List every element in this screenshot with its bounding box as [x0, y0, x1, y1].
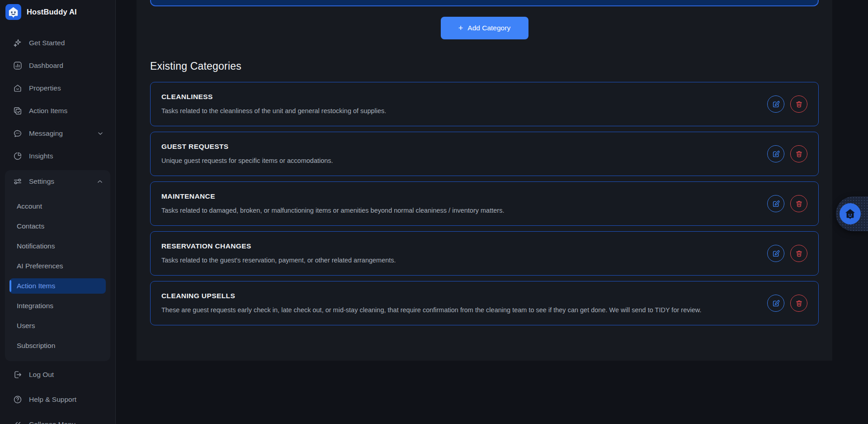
category-description: Tasks related to the guest's reservation…	[161, 255, 396, 265]
settings-submenu-item-action-items[interactable]: Action Items	[9, 278, 106, 294]
edit-pencil-icon	[772, 200, 780, 208]
trash-icon	[795, 150, 803, 158]
edit-pencil-icon	[772, 249, 780, 258]
delete-category-button[interactable]	[790, 295, 807, 312]
sidebar-nav: Get Started Dashboard Properties	[0, 32, 115, 361]
sidebar-item-insights[interactable]: Insights	[0, 145, 115, 167]
hostbuddy-logo-icon	[5, 4, 21, 20]
pie-chart-icon	[13, 151, 23, 161]
submenu-item-label: Notifications	[17, 242, 55, 250]
settings-submenu-item-account[interactable]: Account	[5, 196, 110, 216]
category-card-text: CLEANING UPSELLS These are guest request…	[161, 291, 701, 315]
trash-icon	[795, 200, 803, 208]
settings-submenu-item-users[interactable]: Users	[5, 316, 110, 336]
category-card-text: GUEST REQUESTS Unique guest requests for…	[161, 142, 333, 166]
sidebar-item-log-out[interactable]: Log Out	[0, 362, 115, 387]
trash-icon	[795, 100, 803, 109]
category-card-actions	[767, 95, 807, 113]
delete-category-button[interactable]	[790, 195, 807, 212]
sidebar-item-help-support[interactable]: Help & Support	[0, 387, 115, 412]
hostbuddy-chat-button[interactable]	[840, 203, 861, 224]
submenu-item-label: Action Items	[17, 282, 55, 290]
collapse-icon	[13, 419, 23, 424]
category-description: These are guest requests early check in,…	[161, 305, 701, 315]
content-panel: + Add Category Existing Categories CLEAN…	[137, 0, 832, 361]
category-description: Unique guest requests for specific items…	[161, 156, 333, 166]
sidebar-item-label: Dashboard	[29, 62, 63, 70]
category-name: CLEANING UPSELLS	[161, 291, 701, 300]
category-card-actions	[767, 295, 807, 312]
trash-icon	[795, 299, 803, 308]
sidebar-item-collapse-menu[interactable]: Collapse Menu	[0, 412, 115, 424]
dashboard-icon	[13, 61, 23, 71]
sidebar-item-label: Settings	[29, 177, 54, 186]
chevron-up-icon	[96, 177, 104, 186]
category-card-actions	[767, 245, 807, 262]
sidebar-item-messaging[interactable]: Messaging	[0, 122, 115, 145]
category-card-actions	[767, 145, 807, 162]
tasks-icon	[13, 106, 23, 116]
sidebar-item-properties[interactable]: Properties	[0, 77, 115, 100]
house-icon	[13, 83, 23, 93]
help-icon	[13, 395, 23, 405]
sidebar-item-label: Get Started	[29, 39, 65, 47]
category-description: Tasks related to the cleanliness of the …	[161, 106, 386, 116]
chat-bubble-icon	[13, 129, 23, 138]
house-smiley-icon	[844, 208, 856, 220]
submenu-item-label: AI Preferences	[17, 262, 63, 270]
sidebar-item-settings[interactable]: Settings	[5, 170, 110, 193]
delete-category-button[interactable]	[790, 95, 807, 113]
add-category-button[interactable]: + Add Category	[441, 17, 528, 39]
sidebar-item-dashboard[interactable]: Dashboard	[0, 54, 115, 77]
main-area: + Add Category Existing Categories CLEAN…	[116, 0, 868, 424]
sidebar-footer: Log Out Help & Support Collapse Menu	[0, 362, 115, 424]
category-card: GUEST REQUESTS Unique guest requests for…	[150, 132, 819, 176]
edit-category-button[interactable]	[767, 245, 784, 262]
settings-submenu-item-ai-preferences[interactable]: AI Preferences	[5, 256, 110, 276]
logout-icon	[13, 370, 23, 380]
sidebar-item-label: Properties	[29, 84, 61, 92]
sidebar-item-label: Help & Support	[29, 395, 76, 404]
sidebar-item-label: Messaging	[29, 129, 63, 138]
delete-category-button[interactable]	[790, 145, 807, 162]
category-card-text: MAINTENANCE Tasks related to damaged, br…	[161, 192, 504, 215]
category-name: MAINTENANCE	[161, 192, 504, 201]
settings-submenu-item-subscription[interactable]: Subscription	[5, 336, 110, 356]
edit-category-button[interactable]	[767, 145, 784, 162]
submenu-item-label: Subscription	[17, 342, 55, 350]
sidebar-item-label: Log Out	[29, 371, 54, 379]
edit-category-button[interactable]	[767, 195, 784, 212]
edit-category-button[interactable]	[767, 295, 784, 312]
settings-submenu: Account Contacts Notifications AI Prefer…	[5, 193, 110, 356]
delete-category-button[interactable]	[790, 245, 807, 262]
trash-icon	[795, 249, 803, 258]
chevron-down-icon	[96, 129, 104, 138]
category-card: CLEANING UPSELLS These are guest request…	[150, 281, 819, 325]
category-name: RESERVATION CHANGES	[161, 242, 396, 251]
edit-category-button[interactable]	[767, 95, 784, 113]
submenu-item-label: Contacts	[17, 222, 44, 230]
category-name: GUEST REQUESTS	[161, 142, 333, 151]
settings-submenu-item-notifications[interactable]: Notifications	[5, 236, 110, 256]
plus-icon: +	[458, 24, 463, 32]
category-card-text: RESERVATION CHANGES Tasks related to the…	[161, 242, 396, 265]
add-category-label: Add Category	[467, 24, 510, 32]
edit-pencil-icon	[772, 100, 780, 109]
sparkles-icon	[13, 38, 23, 48]
sidebar-item-get-started[interactable]: Get Started	[0, 32, 115, 54]
sidebar: HostBuddy AI Get Started Dashboard	[0, 0, 116, 424]
category-name: CLEANLINESS	[161, 92, 386, 101]
settings-submenu-item-integrations[interactable]: Integrations	[5, 296, 110, 316]
settings-submenu-item-contacts[interactable]: Contacts	[5, 216, 110, 236]
brand: HostBuddy AI	[0, 0, 115, 23]
category-card-text: CLEANLINESS Tasks related to the cleanli…	[161, 92, 386, 116]
collapsed-panel-edge	[150, 0, 819, 6]
sidebar-item-action-items[interactable]: Action Items	[0, 100, 115, 122]
sliders-icon	[13, 176, 23, 186]
category-card: RESERVATION CHANGES Tasks related to the…	[150, 231, 819, 276]
submenu-item-label: Integrations	[17, 302, 53, 310]
settings-group: Settings Account Contacts Notifications …	[5, 170, 110, 361]
submenu-item-label: Account	[17, 202, 42, 210]
category-card-actions	[767, 195, 807, 212]
category-card: MAINTENANCE Tasks related to damaged, br…	[150, 181, 819, 226]
